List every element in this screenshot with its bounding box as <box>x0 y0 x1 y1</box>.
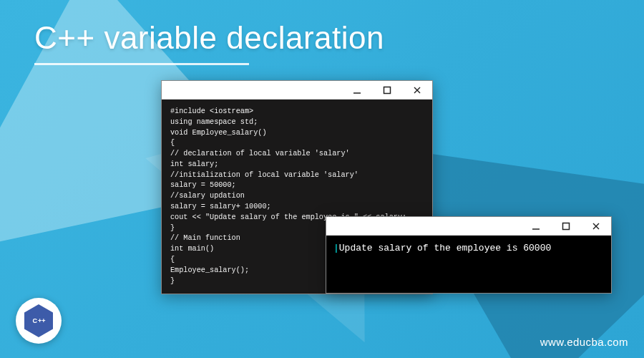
code-window-titlebar <box>162 81 432 100</box>
svg-rect-1 <box>384 87 391 93</box>
svg-rect-5 <box>563 223 570 229</box>
close-icon <box>592 222 600 231</box>
logo-letter: C <box>32 317 37 324</box>
console-text: Update salary of the employee is 60000 <box>339 243 551 253</box>
maximize-icon <box>383 86 391 95</box>
title-underline <box>34 63 249 65</box>
close-button[interactable] <box>584 219 608 233</box>
minimize-button[interactable] <box>524 219 548 233</box>
minimize-button[interactable] <box>345 83 369 97</box>
minimize-icon <box>532 222 540 231</box>
close-button[interactable] <box>405 83 429 97</box>
minimize-icon <box>353 86 361 95</box>
maximize-button[interactable] <box>375 83 399 97</box>
maximize-button[interactable] <box>554 219 578 233</box>
logo-plus: ++ <box>38 317 46 324</box>
page-title: C++ variable declaration <box>34 20 384 56</box>
cpp-logo-hex: C++ <box>24 304 53 337</box>
cpp-logo: C++ <box>16 298 62 344</box>
maximize-icon <box>562 222 570 231</box>
close-icon <box>413 86 421 95</box>
console-output: |Update salary of the employee is 60000 <box>326 236 611 293</box>
site-url: www.educba.com <box>540 336 628 348</box>
console-window: |Update salary of the employee is 60000 <box>326 216 612 294</box>
console-window-titlebar <box>326 217 611 236</box>
